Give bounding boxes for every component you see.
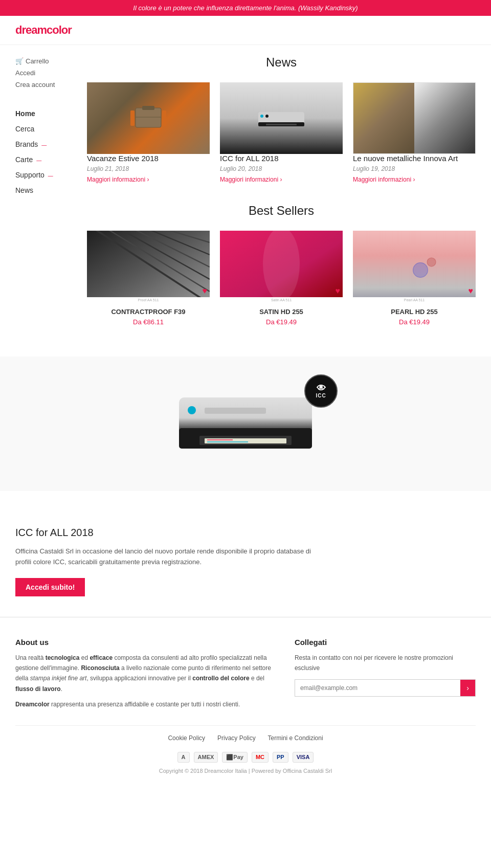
heart-icon-1: ♥ bbox=[203, 286, 208, 296]
news-card-3-date: Luglio 19, 2018 bbox=[353, 165, 476, 172]
payment-paypal-icon: PP bbox=[273, 752, 288, 763]
svg-point-8 bbox=[260, 115, 263, 118]
news-card-3-link[interactable]: Maggiori informazioni › bbox=[353, 176, 415, 183]
main-layout: 🛒 Carrello Accedi Crea account Home Cerc… bbox=[0, 45, 491, 357]
email-signup-form: › bbox=[295, 679, 476, 697]
heart-icon-3: ♥ bbox=[468, 286, 474, 296]
product-img-wrapper-3: ♥ Pearl AA 511 bbox=[353, 231, 476, 303]
icc-text: ICC bbox=[316, 393, 326, 398]
product-card-1[interactable]: ♥ Proof AA 511 CONTRACTPROOF F39 Da €86.… bbox=[87, 231, 210, 326]
payment-visa-icon: VISA bbox=[293, 752, 314, 763]
news-card-1-title: Vacanze Estive 2018 bbox=[87, 154, 210, 163]
contractproof-image bbox=[87, 231, 210, 297]
carte-arrow-icon: — bbox=[36, 158, 41, 163]
sidebar-top-links: 🛒 Carrello Accedi Crea account bbox=[15, 55, 77, 91]
product-watermark-2: Satin AA 511 bbox=[220, 297, 343, 303]
footer-grid: About us Una realtà tecnologica ed effic… bbox=[15, 638, 476, 710]
sidebar: 🛒 Carrello Accedi Crea account Home Cerc… bbox=[15, 55, 87, 346]
sidebar-item-brands[interactable]: Brands — bbox=[15, 137, 77, 152]
svg-rect-28 bbox=[207, 441, 248, 442]
news-card-1-link[interactable]: Maggiori informazioni › bbox=[87, 176, 149, 183]
heart-icon-2: ♥ bbox=[336, 286, 341, 296]
header: dreamcolor bbox=[0, 16, 491, 45]
sidebar-item-supporto[interactable]: Supporto — bbox=[15, 167, 77, 183]
privacy-policy-link[interactable]: Privacy Policy bbox=[217, 735, 256, 742]
sidebar-item-carte[interactable]: Carte — bbox=[15, 152, 77, 167]
email-signup-input[interactable] bbox=[295, 680, 460, 696]
product-watermark-1: Proof AA 511 bbox=[87, 297, 210, 303]
svg-point-19 bbox=[263, 231, 300, 297]
email-submit-button[interactable]: › bbox=[460, 680, 475, 696]
sidebar-item-news[interactable]: News bbox=[15, 183, 77, 198]
bestsellers-title: Best Sellers bbox=[87, 204, 476, 218]
payment-amazon-icon: A bbox=[177, 752, 190, 763]
icc-accedi-button[interactable]: Accedi subito! bbox=[15, 578, 85, 596]
product-img-wrapper-2: ♥ Satin AA 511 bbox=[220, 231, 343, 303]
footer-collegati: Collegati Resta in contatto con noi per … bbox=[295, 638, 476, 710]
svg-rect-26 bbox=[205, 438, 286, 443]
svg-point-21 bbox=[413, 263, 428, 278]
product-card-2[interactable]: ♥ Satin AA 511 SATIN HD 255 Da €19.49 bbox=[220, 231, 343, 326]
news-card-1[interactable]: Vacanze Estive 2018 Luglio 21, 2018 Magg… bbox=[87, 82, 210, 183]
news-card-3[interactable]: Le nuove metalliche Innova Art Luglio 19… bbox=[353, 82, 476, 183]
logo[interactable]: dreamcolor bbox=[15, 24, 72, 37]
featured-section: 👁 ICC bbox=[0, 357, 491, 491]
svg-rect-0 bbox=[136, 108, 161, 127]
product-img-wrapper-1: ♥ Proof AA 511 bbox=[87, 231, 210, 303]
main-content: News Vacanze Estive 2018 Luglio bbox=[87, 55, 476, 346]
svg-rect-1 bbox=[142, 106, 154, 110]
svg-rect-30 bbox=[205, 408, 266, 414]
payment-icons: A AMEX ⬛Pay MC PP VISA bbox=[15, 752, 476, 763]
product-name-1: CONTRACTPROOF F39 bbox=[87, 308, 210, 316]
news-card-3-title: Le nuove metalliche Innova Art bbox=[353, 154, 476, 163]
news-section-title: News bbox=[87, 55, 476, 70]
news-card-2[interactable]: ICC for ALL 2018 Luglio 20, 2018 Maggior… bbox=[220, 82, 343, 183]
bestsellers-section: Best Sellers bbox=[87, 204, 476, 326]
news-card-1-date: Luglio 21, 2018 bbox=[87, 165, 210, 172]
icc-section-title: ICC for ALL 2018 bbox=[15, 527, 476, 539]
printer-illustration bbox=[256, 104, 307, 132]
sidebar-nav: Home Cerca Brands — Carte — Supporto — N… bbox=[15, 106, 77, 198]
news-card-2-title: ICC for ALL 2018 bbox=[220, 154, 343, 163]
cookie-policy-link[interactable]: Cookie Policy bbox=[168, 735, 205, 742]
suitcase-illustration bbox=[128, 103, 169, 133]
footer-about: About us Una realtà tecnologica ed effic… bbox=[15, 638, 274, 710]
products-grid: ♥ Proof AA 511 CONTRACTPROOF F39 Da €86.… bbox=[87, 231, 476, 326]
copyright-text: Copyright © 2018 Dreamcolor Italia | Pow… bbox=[159, 768, 332, 774]
product-name-2: SATIN HD 255 bbox=[220, 308, 343, 316]
svg-point-29 bbox=[188, 406, 196, 414]
satin-image bbox=[220, 231, 343, 297]
svg-point-9 bbox=[265, 115, 269, 118]
payment-mastercard-icon: MC bbox=[252, 752, 269, 763]
product-name-3: PEARL HD 255 bbox=[353, 308, 476, 316]
art-right bbox=[414, 83, 475, 153]
product-card-3[interactable]: ♥ Pearl AA 511 PEARL HD 255 Da €19.49 bbox=[353, 231, 476, 326]
sidebar-register-link[interactable]: Crea account bbox=[15, 79, 77, 91]
sidebar-cart-label: Carrello bbox=[26, 57, 49, 65]
payment-applepay-icon: ⬛Pay bbox=[222, 752, 248, 763]
icc-text-section: ICC for ALL 2018 Officina Castaldi Srl i… bbox=[0, 511, 491, 617]
footer-links: Cookie Policy Privacy Policy Termini e C… bbox=[15, 725, 476, 747]
news-image-2 bbox=[220, 82, 343, 154]
top-banner: Il colore è un potere che influenza dire… bbox=[0, 0, 491, 16]
news-image-1 bbox=[87, 82, 210, 154]
sidebar-login-link[interactable]: Accedi bbox=[15, 67, 77, 79]
news-grid: Vacanze Estive 2018 Luglio 21, 2018 Magg… bbox=[87, 82, 476, 183]
footer-collegati-text: Resta in contatto con noi per ricevere l… bbox=[295, 653, 476, 674]
payment-amex-icon: AMEX bbox=[194, 752, 218, 763]
sidebar-item-home[interactable]: Home bbox=[15, 106, 77, 121]
product-image-2: ♥ bbox=[220, 231, 343, 297]
terms-link[interactable]: Termini e Condizioni bbox=[268, 735, 323, 742]
product-watermark-3: Pearl AA 511 bbox=[353, 297, 476, 303]
icc-badge-container: 👁 ICC bbox=[304, 374, 338, 408]
supporto-arrow-icon: — bbox=[48, 173, 53, 179]
sidebar-item-search[interactable]: Cerca bbox=[15, 121, 77, 137]
icc-eye-icon: 👁 bbox=[317, 384, 326, 393]
cart-icon: 🛒 bbox=[15, 57, 24, 65]
svg-rect-4 bbox=[162, 110, 166, 126]
product-price-2: Da €19.49 bbox=[220, 318, 343, 326]
featured-img-container: 👁 ICC bbox=[169, 377, 322, 471]
news-card-2-link[interactable]: Maggiori informazioni › bbox=[220, 176, 282, 183]
svg-rect-27 bbox=[207, 439, 233, 440]
sidebar-cart-link[interactable]: 🛒 Carrello bbox=[15, 55, 77, 67]
